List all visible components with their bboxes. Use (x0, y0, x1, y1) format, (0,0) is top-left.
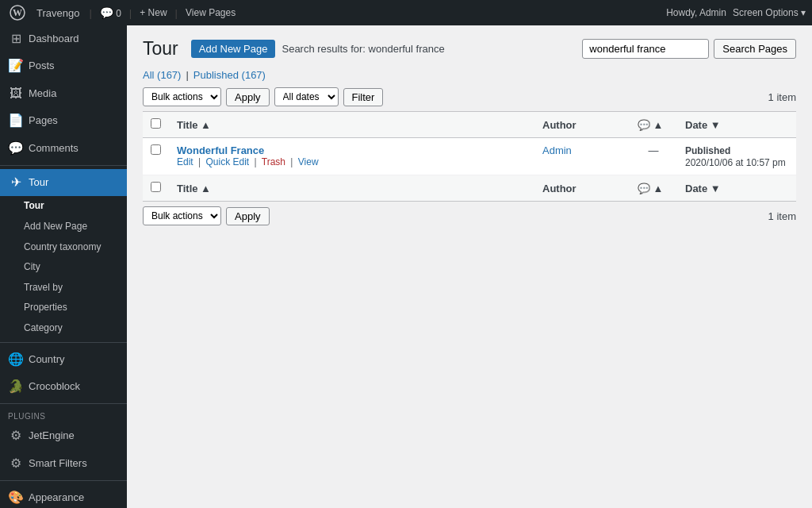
date-footer-sort[interactable]: Date ▼ (685, 183, 721, 194)
top-bar: W Travengo | 💬 0 | + New | View Pages Ho… (0, 0, 812, 25)
author-cell: Admin (534, 138, 630, 175)
screen-options-btn[interactable]: Screen Options ▾ (733, 7, 806, 18)
sidebar-sub-city[interactable]: City (0, 257, 127, 278)
sidebar-item-label: Posts (29, 59, 55, 73)
apply-btn-top[interactable]: Apply (226, 88, 270, 106)
date-header: Date ▼ (677, 112, 796, 138)
page-header: Tour Add New Page Search results for: wo… (143, 38, 796, 60)
wp-logo: W (6, 0, 29, 25)
edit-link[interactable]: Edit (177, 156, 193, 167)
sidebar-item-dashboard[interactable]: ⊞ Dashboard (0, 25, 127, 52)
date-sort-link[interactable]: Date ▼ (685, 119, 721, 131)
pages-icon: 📄 (8, 112, 24, 129)
comment-footer: 💬 ▲ (630, 175, 677, 202)
search-results-text: Search results for: wonderful france (282, 43, 444, 55)
sidebar: ⊞ Dashboard 📝 Posts 🖼 Media 📄 Pages 💬 Co… (0, 25, 127, 508)
title-footer: Title ▲ (169, 175, 534, 202)
trash-link[interactable]: Trash (262, 156, 285, 167)
filter-published[interactable]: Published (167) (193, 69, 266, 81)
sidebar-sub-add-new[interactable]: Add New Page (0, 217, 127, 237)
author-footer: Author (534, 175, 630, 202)
crocoblock-icon: 🐊 (8, 378, 24, 395)
new-item-btn[interactable]: + New (136, 7, 170, 18)
media-icon: 🖼 (8, 85, 24, 102)
search-pages-btn[interactable]: Search Pages (714, 39, 796, 59)
row-checkbox[interactable] (151, 144, 161, 155)
check-all-footer-checkbox[interactable] (151, 182, 161, 192)
view-pages-link[interactable]: View Pages (182, 7, 239, 18)
sidebar-item-label: Pages (29, 114, 58, 128)
jet-engine-icon: ⚙ (8, 427, 24, 444)
bottom-actions-bar: Bulk actions Apply 1 item (143, 206, 796, 225)
quick-edit-link[interactable]: Quick Edit (206, 156, 250, 167)
sidebar-item-pages[interactable]: 📄 Pages (0, 107, 127, 134)
view-link[interactable]: View (298, 156, 319, 167)
add-new-page-btn[interactable]: Add New Page (191, 40, 276, 58)
sidebar-item-tour[interactable]: ✈ Tour (0, 169, 127, 196)
table-row: Wonderful France Edit | Quick Edit | Tra… (143, 138, 796, 175)
comments-icon: 💬 (8, 140, 24, 157)
posts-icon: 📝 (8, 57, 24, 75)
sidebar-sub-category[interactable]: Category (0, 318, 127, 339)
svg-text:W: W (13, 7, 22, 18)
comment-icon: 💬 ▲ (638, 119, 663, 131)
item-count-top: 1 item (768, 91, 796, 103)
sidebar-item-jet-engine[interactable]: ⚙ JetEngine (0, 422, 127, 449)
sidebar-item-label: Crocoblock (29, 379, 80, 394)
comment-header: 💬 ▲ (630, 112, 677, 138)
tour-icon: ✈ (8, 174, 24, 191)
page-title: Tour (143, 38, 178, 60)
site-name[interactable]: Travengo (32, 7, 84, 19)
date-filter-select[interactable]: All dates (274, 87, 339, 106)
sidebar-item-country[interactable]: 🌐 Country (0, 346, 127, 373)
title-footer-sort[interactable]: Title ▲ (177, 183, 211, 194)
sidebar-item-label: Smart Filters (29, 456, 87, 471)
appearance-icon: 🎨 (8, 489, 24, 506)
apply-btn-bottom[interactable]: Apply (226, 207, 270, 225)
sidebar-sub-tour[interactable]: Tour (0, 196, 127, 217)
sidebar-item-appearance[interactable]: 🎨 Appearance (0, 484, 127, 508)
search-pages-input[interactable] (582, 39, 709, 59)
sidebar-sub-properties[interactable]: Properties (0, 298, 127, 318)
date-cell: Published 2020/10/06 at 10:57 pm (677, 138, 796, 175)
top-actions-bar: Bulk actions Apply All dates Filter 1 it… (143, 87, 796, 106)
howdy-text: Howdy, Admin (666, 7, 726, 18)
filter-all[interactable]: All (167) (143, 69, 181, 81)
status-label: Published (685, 145, 730, 156)
sidebar-item-smart-filters[interactable]: ⚙ Smart Filters (0, 450, 127, 477)
row-actions: Edit | Quick Edit | Trash | View (177, 156, 527, 167)
check-all-checkbox[interactable] (151, 118, 161, 129)
sidebar-item-label: Media (29, 87, 56, 101)
country-icon: 🌐 (8, 351, 24, 368)
sidebar-item-media[interactable]: 🖼 Media (0, 80, 127, 107)
author-link[interactable]: Admin (542, 144, 572, 156)
comment-cell: — (630, 138, 677, 175)
notification-count[interactable]: 💬 0 (97, 6, 124, 19)
pages-table: Title ▲ Author 💬 ▲ Date ▼ (143, 111, 796, 202)
bulk-actions-select-top[interactable]: Bulk actions (143, 87, 221, 106)
title-sort-link[interactable]: Title ▲ (177, 119, 211, 131)
plugins-label: PLUGINS (0, 407, 127, 422)
filter-row: All (167) | Published (167) (143, 69, 796, 81)
sidebar-item-posts[interactable]: 📝 Posts (0, 52, 127, 79)
smart-filters-icon: ⚙ (8, 455, 24, 472)
check-all-footer (143, 175, 169, 202)
sidebar-item-crocoblock[interactable]: 🐊 Crocoblock (0, 373, 127, 400)
bulk-actions-select-bottom[interactable]: Bulk actions (143, 206, 221, 225)
sidebar-sub-travel-by[interactable]: Travel by (0, 278, 127, 298)
post-title-link[interactable]: Wonderful France (177, 144, 264, 156)
author-header: Author (534, 112, 630, 138)
sidebar-sub-country-taxonomy[interactable]: Country taxonomy (0, 237, 127, 258)
date-footer: Date ▼ (677, 175, 796, 202)
check-all-header (143, 112, 169, 138)
published-date: 2020/10/06 at 10:57 pm (685, 157, 786, 168)
sidebar-item-label: JetEngine (29, 429, 75, 443)
comment-footer-icon: 💬 ▲ (638, 183, 663, 194)
sidebar-item-label: Country (29, 352, 65, 367)
item-count-bottom: 1 item (768, 210, 796, 222)
filter-btn[interactable]: Filter (343, 88, 384, 106)
dashboard-icon: ⊞ (8, 30, 24, 48)
title-cell: Wonderful France Edit | Quick Edit | Tra… (169, 138, 534, 175)
sidebar-item-comments[interactable]: 💬 Comments (0, 135, 127, 162)
header-right: Search Pages (582, 39, 796, 59)
